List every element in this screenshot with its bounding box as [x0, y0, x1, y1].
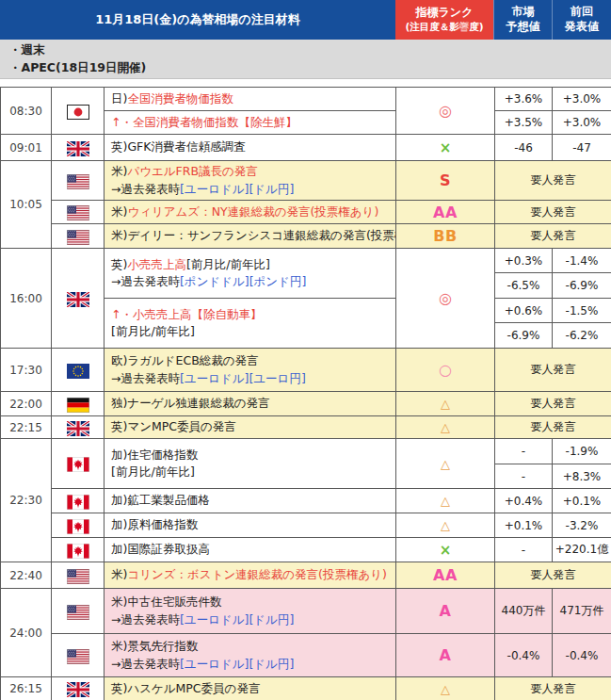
- event-text: 米): [111, 567, 127, 581]
- event-cell: 米)中古住宅販売件数→過去発表時[ユーロドル][ドル円]: [105, 589, 396, 634]
- previous-cell-text: -1.5%: [566, 304, 599, 317]
- table-header: 11月18日(金)の為替相場の注目材料 指標ランク (注目度＆影響度) 市場 予…: [0, 0, 611, 40]
- rank-cell-text: ◎: [439, 102, 452, 120]
- canada-flag-icon: [67, 457, 89, 472]
- time-cell: 22:00: [1, 392, 52, 416]
- currency-pair-link[interactable]: [ポンド円]: [249, 274, 307, 288]
- event-cell: 日)全国消費者物価指数: [105, 88, 396, 111]
- event-text-line: →過去発表時[ユーロドル][ドル円]: [111, 181, 392, 198]
- rank-cell: ◎: [396, 249, 495, 349]
- table-row: 米)ウィリアムズ：NY連銀総裁の発言(投票権あり)AA要人発言: [1, 201, 611, 224]
- event-text: 加)住宅価格指数: [111, 448, 198, 462]
- rank-cell-text: ◎: [439, 289, 452, 307]
- table-row: 09:01英)GFK消費者信頼感調査×-46-47: [1, 135, 611, 161]
- rank-cell: △: [396, 392, 495, 416]
- rank-cell-text: △: [441, 420, 450, 434]
- forecast-cell-text: -: [522, 445, 525, 458]
- forecast-cell: +0.6%: [495, 299, 553, 323]
- previous-cell: +220.1億: [553, 538, 611, 562]
- flag-cell: [52, 634, 105, 677]
- rank-cell: A: [396, 634, 495, 677]
- previous-cell-text: +8.3%: [563, 470, 602, 483]
- forecast-header-line2: 予想値: [494, 20, 552, 35]
- flag-cell: [52, 589, 105, 634]
- event-text-line: 米)ウィリアムズ：NY連銀総裁の発言(投票権あり): [111, 203, 392, 220]
- rank-cell-text: △: [441, 494, 450, 508]
- currency-pair-link[interactable]: [ドル円]: [249, 657, 294, 671]
- time-cell: 16:00: [1, 249, 52, 349]
- previous-cell: -6.2%: [553, 323, 611, 349]
- previous-column-header: 前回 発表値: [552, 0, 611, 40]
- currency-pair-link[interactable]: [ポンドドル]: [180, 274, 249, 288]
- rank-header-line2: (注目度＆影響度): [395, 21, 493, 34]
- flag-cell: [52, 538, 105, 562]
- vip-remark-cell: 要人発言: [495, 392, 611, 416]
- rank-cell: AA: [396, 562, 495, 589]
- previous-cell-text: -6.2%: [566, 329, 599, 342]
- event-text-line: [前月比/前年比]: [111, 464, 392, 480]
- rank-cell: ×: [396, 538, 495, 562]
- rank-cell-text: ○: [439, 361, 452, 379]
- event-text-line: ↑・小売売上高【除自動車】: [111, 306, 392, 323]
- time-cell: 22:15: [1, 416, 52, 439]
- table-row: 米)デイリー：サンフランシスコ連銀総裁の発言(投票権なし)BB要人発言: [1, 224, 611, 249]
- uk-flag-icon: [67, 421, 89, 436]
- vip-remark-cell: 要人発言: [495, 349, 611, 392]
- event-cell: 米)景気先行指数→過去発表時[ユーロドル][ドル円]: [105, 634, 396, 677]
- rank-cell-text: △: [441, 682, 450, 696]
- currency-pair-link[interactable]: [ユーロドル]: [180, 612, 249, 627]
- previous-cell-text: +0.1%: [563, 495, 602, 508]
- notes-section: ・週末 ・APEC(18日19日開催): [0, 40, 611, 79]
- event-text-line: →過去発表時[ユーロドル][ドル円]: [111, 611, 392, 628]
- currency-pair-link[interactable]: [ドル円]: [249, 182, 294, 196]
- us-flag-icon: [67, 205, 89, 220]
- fx-calendar-page: 11月18日(金)の為替相場の注目材料 指標ランク (注目度＆影響度) 市場 予…: [0, 0, 611, 700]
- event-text-line: 米)中古住宅販売件数: [111, 594, 392, 610]
- currency-pair-link[interactable]: [ユーロドル]: [180, 657, 249, 671]
- vip-remark-cell-text: 要人発言: [531, 229, 576, 242]
- time-cell: 24:00: [1, 589, 52, 677]
- time-cell-text: 09:01: [9, 141, 42, 155]
- event-text: ウィリアムズ：NY連銀総裁の発言(投票権あり): [127, 204, 378, 219]
- previous-cell-text: -1.4%: [566, 254, 599, 268]
- event-text: [前月比/前年比]: [186, 257, 270, 271]
- previous-cell-text: -1.9%: [566, 445, 599, 458]
- event-text: パウエルFRB議長の発言: [127, 164, 257, 178]
- previous-cell: -1.9%: [553, 439, 611, 464]
- event-cell: 加)原料価格指数: [105, 513, 396, 538]
- us-flag-icon: [67, 605, 89, 620]
- previous-cell-text: +3.0%: [563, 92, 602, 106]
- currency-pair-link[interactable]: [ユーロ円]: [249, 371, 305, 385]
- event-cell: 英)マンMPC委員の発言: [105, 416, 396, 439]
- currency-pair-link[interactable]: [ユーロドル]: [180, 371, 249, 385]
- event-text: →過去発表時: [111, 612, 180, 627]
- flag-cell: [52, 161, 105, 201]
- event-cell: 独)ナーゲル独連銀総裁の発言: [105, 392, 396, 416]
- event-text-line: 英)GFK消費者信頼感調査: [111, 138, 392, 155]
- forecast-cell: -: [495, 464, 553, 489]
- event-text: 米)中古住宅販売件数: [111, 594, 221, 609]
- eu-flag-icon: [67, 364, 89, 379]
- event-text-line: 英)小売売上高[前月比/前年比]: [111, 256, 392, 273]
- forecast-cell-text: +0.1%: [505, 519, 543, 532]
- uk-flag-icon: [67, 292, 89, 307]
- previous-cell: +3.0%: [553, 111, 611, 135]
- vip-remark-cell-text: 要人発言: [531, 568, 576, 581]
- currency-pair-link[interactable]: [ドル円]: [249, 612, 294, 627]
- table-row: 26:15英)ハスケルMPC委員の発言△要人発言: [1, 677, 611, 700]
- rank-cell: BB: [396, 224, 495, 249]
- forecast-cell: -6.5%: [495, 273, 553, 299]
- event-cell: 加)国際証券取扱高: [105, 538, 396, 562]
- event-text: →過去発表時: [111, 182, 180, 196]
- currency-pair-link[interactable]: [ユーロドル]: [180, 182, 249, 196]
- event-cell: 米)デイリー：サンフランシスコ連銀総裁の発言(投票権なし): [105, 224, 396, 249]
- previous-cell-text: 471万件: [560, 604, 604, 617]
- time-cell-text: 22:15: [9, 421, 42, 434]
- flag-cell: [52, 392, 105, 416]
- vip-remark-cell-text: 要人発言: [531, 420, 576, 433]
- forecast-cell-text: +3.5%: [505, 116, 543, 129]
- event-text: 欧)ラガルドECB総裁の発言: [111, 353, 259, 367]
- event-cell: 米)ウィリアムズ：NY連銀総裁の発言(投票権あり): [105, 201, 396, 224]
- event-text-line: →過去発表時[ポンドドル][ポンド円]: [111, 273, 392, 290]
- event-cell: 米)コリンズ：ボストン連銀総裁の発言(投票権あり): [105, 562, 396, 589]
